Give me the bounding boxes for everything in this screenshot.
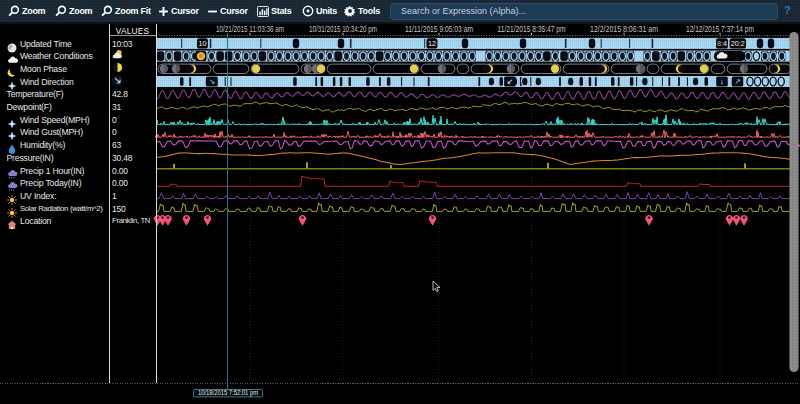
svg-text:↓: ↓ <box>720 77 724 86</box>
svg-text:20:2: 20:2 <box>731 39 745 48</box>
svg-text:↘: ↘ <box>209 77 215 86</box>
svg-text:12/2/2015 8:06:31 am: 12/2/2015 8:06:31 am <box>590 24 658 34</box>
svg-text:12/12/2015 7:37:14 pm: 12/12/2015 7:37:14 pm <box>686 24 754 34</box>
svg-text:11/11/2015 9:05:03 am: 11/11/2015 9:05:03 am <box>405 24 473 34</box>
svg-text:10: 10 <box>199 39 207 48</box>
svg-text:↙: ↙ <box>507 77 513 86</box>
svg-text:12: 12 <box>428 39 436 48</box>
svg-text:↗: ↗ <box>734 77 740 86</box>
svg-text:11/21/2015 8:35:47 pm: 11/21/2015 8:35:47 pm <box>498 24 566 34</box>
svg-text:10/21/2015 11:03:36 am: 10/21/2015 11:03:36 am <box>216 24 284 34</box>
svg-text:8:4: 8:4 <box>717 39 727 48</box>
svg-text:10/18/2015 7:52:01 pm: 10/18/2015 7:52:01 pm <box>198 389 258 397</box>
svg-text:10/31/2015 10:34:20 pm: 10/31/2015 10:34:20 pm <box>309 24 377 34</box>
